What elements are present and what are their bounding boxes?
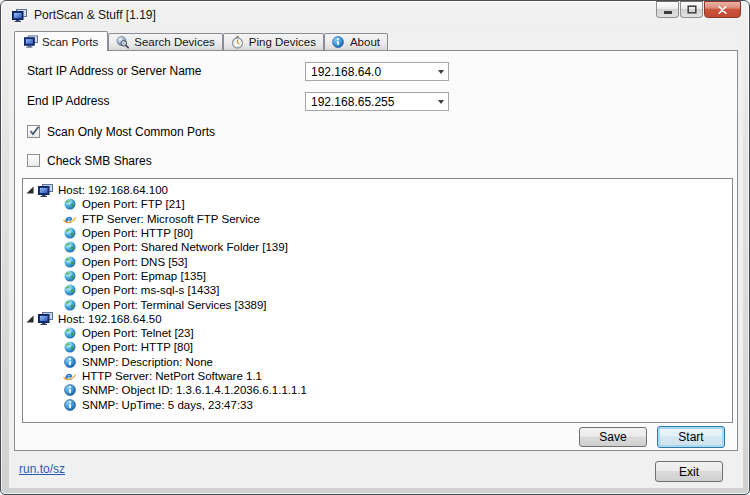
tree-item-text: Open Port: HTTP [80] — [82, 226, 193, 240]
tree-item-row[interactable]: SNMP: Object ID: 1.3.6.1.4.1.2036.6.1.1.… — [23, 383, 732, 397]
info-icon — [332, 36, 346, 49]
tree-item-text: SNMP: Description: None — [82, 355, 213, 369]
globe-icon — [62, 327, 77, 340]
minimize-icon — [664, 11, 672, 14]
scan-common-ports-option[interactable]: Scan Only Most Common Ports — [27, 125, 215, 138]
maximize-button[interactable] — [680, 1, 703, 18]
scan-common-ports-label: Scan Only Most Common Ports — [47, 125, 215, 139]
tree-item-row[interactable]: Open Port: Terminal Services [3389] — [23, 297, 732, 311]
computer-icon — [24, 35, 38, 48]
exit-button[interactable]: Exit — [655, 461, 723, 482]
end-ip-input[interactable] — [306, 95, 433, 109]
scan-results-tree: Host: 192.168.64.100Open Port: FTP [21]e… — [22, 178, 733, 423]
tree-item-row[interactable]: eHTTP Server: NetPort Software 1.1 — [23, 369, 732, 383]
tree-item-text: Open Port: Terminal Services [3389] — [82, 298, 267, 312]
tree-item-row[interactable]: Open Port: HTTP [80] — [23, 340, 732, 354]
checkmark-icon — [28, 125, 41, 137]
client-area: Scan PortsSearch DevicesPing DevicesAbou… — [9, 29, 743, 488]
globe-icon — [62, 284, 77, 297]
app-icon — [12, 9, 27, 22]
tab-label: Ping Devices — [249, 36, 316, 48]
close-icon — [718, 6, 727, 14]
app-window: PortScan & Stuff [1.19] Scan PortsSearch… — [0, 0, 750, 495]
tree-item-text: FTP Server: Microsoft FTP Service — [82, 212, 260, 226]
globe-icon — [62, 198, 77, 211]
tab-label: Scan Ports — [42, 36, 98, 48]
tree-host-row[interactable]: Host: 192.168.64.100 — [23, 183, 732, 197]
tree-item-row[interactable]: Open Port: FTP [21] — [23, 197, 732, 211]
start-ip-dropdown-button[interactable] — [433, 63, 448, 80]
expander-icon[interactable] — [26, 186, 35, 194]
window-controls — [655, 1, 741, 18]
ie-browser-icon: e — [62, 370, 77, 383]
tree-item-text: SNMP: Object ID: 1.3.6.1.4.1.2036.6.1.1.… — [82, 383, 307, 397]
start-ip-combobox[interactable] — [305, 62, 449, 81]
tree-item-text: Open Port: Shared Network Folder [139] — [82, 240, 288, 254]
tree-item-text: SNMP: UpTime: 5 days, 23:47:33 — [82, 398, 253, 412]
tab-about[interactable]: About — [324, 33, 388, 50]
search-globe-icon — [116, 36, 130, 49]
tab-label: About — [350, 36, 380, 48]
start-ip-label: Start IP Address or Server Name — [27, 64, 202, 78]
globe-icon — [62, 269, 77, 282]
end-ip-label: End IP Address — [27, 94, 110, 108]
tree-item-row[interactable]: Open Port: ms-sql-s [1433] — [23, 283, 732, 297]
start-button[interactable]: Start — [657, 426, 725, 448]
info-icon — [62, 398, 77, 411]
website-link[interactable]: run.to/sz — [19, 462, 65, 476]
info-icon — [62, 384, 77, 397]
check-smb-checkbox[interactable] — [27, 154, 40, 167]
tree-item-text: HTTP Server: NetPort Software 1.1 — [82, 369, 262, 383]
tab-search-devices[interactable]: Search Devices — [108, 33, 223, 50]
globe-icon — [62, 341, 77, 354]
title-bar[interactable]: PortScan & Stuff [1.19] — [1, 1, 749, 29]
svg-text:e: e — [64, 213, 73, 225]
start-ip-input[interactable] — [306, 65, 433, 79]
maximize-icon — [687, 5, 697, 14]
window-title: PortScan & Stuff [1.19] — [34, 8, 156, 22]
tree-item-text: Open Port: FTP [21] — [82, 197, 185, 211]
tree-item-text: Open Port: HTTP [80] — [82, 340, 193, 354]
save-button[interactable]: Save — [579, 427, 647, 447]
tree-item-text: Open Port: DNS [53] — [82, 255, 187, 269]
scan-ports-tab-page: Start IP Address or Server Name End IP A… — [14, 50, 738, 451]
tree-item-text: Host: 192.168.64.100 — [58, 183, 168, 197]
host-computer-icon — [38, 184, 53, 197]
info-icon — [62, 355, 77, 368]
tree-item-text: Host: 192.168.64.50 — [58, 312, 162, 326]
tab-label: Search Devices — [134, 36, 215, 48]
chevron-down-icon — [438, 100, 444, 107]
tree-item-text: Open Port: Telnet [23] — [82, 326, 194, 340]
tab-strip: Scan PortsSearch DevicesPing DevicesAbou… — [14, 32, 388, 50]
end-ip-combobox[interactable] — [305, 92, 449, 111]
tree-item-row[interactable]: Open Port: DNS [53] — [23, 254, 732, 268]
host-computer-icon — [38, 312, 53, 325]
tree-item-row[interactable]: Open Port: HTTP [80] — [23, 226, 732, 240]
globe-icon — [62, 298, 77, 311]
minimize-button[interactable] — [656, 1, 679, 18]
tree-host-row[interactable]: Host: 192.168.64.50 — [23, 312, 732, 326]
chevron-down-icon — [438, 70, 444, 77]
tree-item-row[interactable]: eFTP Server: Microsoft FTP Service — [23, 212, 732, 226]
globe-icon — [62, 227, 77, 240]
stopwatch-icon — [231, 36, 245, 49]
globe-icon — [62, 255, 77, 268]
scan-common-ports-checkbox[interactable] — [27, 125, 40, 138]
tree-item-row[interactable]: SNMP: UpTime: 5 days, 23:47:33 — [23, 397, 732, 411]
ie-browser-icon: e — [62, 212, 77, 225]
close-button[interactable] — [704, 1, 741, 18]
svg-text:e: e — [64, 370, 73, 382]
globe-icon — [62, 241, 77, 254]
tree-item-row[interactable]: SNMP: Description: None — [23, 355, 732, 369]
tree-item-row[interactable]: Open Port: Epmap [135] — [23, 269, 732, 283]
end-ip-dropdown-button[interactable] — [433, 93, 448, 110]
expander-icon[interactable] — [26, 315, 35, 323]
check-smb-option[interactable]: Check SMB Shares — [27, 154, 152, 167]
tree-item-text: Open Port: Epmap [135] — [82, 269, 206, 283]
tab-scan-ports[interactable]: Scan Ports — [14, 31, 108, 51]
tree-item-row[interactable]: Open Port: Shared Network Folder [139] — [23, 240, 732, 254]
tree-item-text: Open Port: ms-sql-s [1433] — [82, 283, 219, 297]
check-smb-label: Check SMB Shares — [47, 154, 152, 168]
tab-ping-devices[interactable]: Ping Devices — [223, 33, 324, 50]
tree-item-row[interactable]: Open Port: Telnet [23] — [23, 326, 732, 340]
